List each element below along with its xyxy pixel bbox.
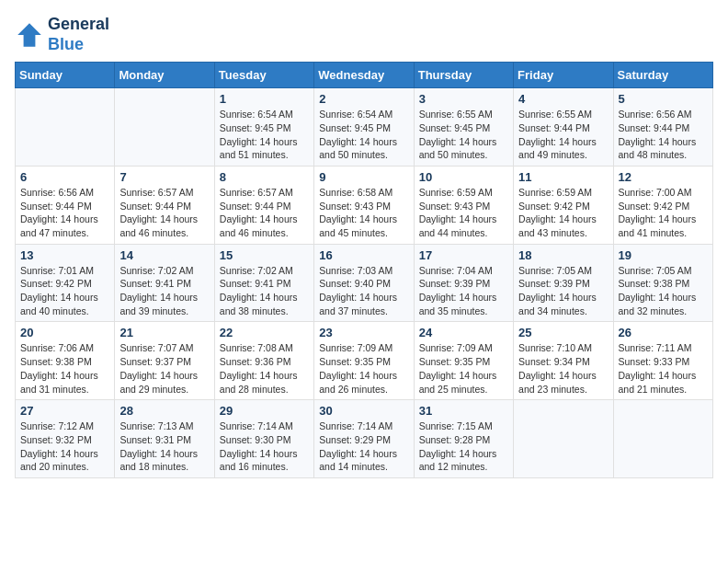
weekday-header-wednesday: Wednesday (314, 63, 414, 88)
day-number: 23 (319, 326, 408, 339)
day-number: 14 (119, 248, 209, 262)
weekday-header-sunday: Sunday (16, 63, 115, 88)
day-info: Sunrise: 7:14 AMSunset: 9:29 PMDaylight:… (319, 419, 408, 474)
calendar-day-31: 31Sunrise: 7:15 AMSunset: 9:28 PMDayligh… (414, 400, 513, 478)
calendar-day-26: 26Sunrise: 7:11 AMSunset: 9:33 PMDayligh… (613, 322, 712, 400)
day-number: 12 (619, 170, 708, 184)
day-number: 18 (518, 248, 608, 262)
day-info: Sunrise: 7:08 AMSunset: 9:36 PMDaylight:… (220, 341, 309, 396)
calendar-table: SundayMondayTuesdayWednesdayThursdayFrid… (15, 62, 713, 478)
day-number: 3 (419, 92, 508, 106)
day-number: 19 (619, 248, 708, 262)
day-number: 24 (419, 326, 508, 339)
day-info: Sunrise: 6:55 AMSunset: 9:44 PMDaylight:… (518, 108, 608, 162)
day-info: Sunrise: 6:54 AMSunset: 9:45 PMDaylight:… (319, 108, 408, 162)
day-number: 13 (20, 248, 109, 262)
day-number: 22 (220, 326, 309, 339)
weekday-header-thursday: Thursday (414, 63, 513, 88)
calendar-day-7: 7Sunrise: 6:57 AMSunset: 9:44 PMDaylight… (115, 166, 214, 244)
day-info: Sunrise: 6:56 AMSunset: 9:44 PMDaylight:… (20, 186, 109, 240)
calendar-day-13: 13Sunrise: 7:01 AMSunset: 9:42 PMDayligh… (16, 244, 115, 322)
day-number: 7 (119, 170, 209, 184)
day-number: 5 (619, 92, 708, 106)
calendar-week-4: 20Sunrise: 7:06 AMSunset: 9:38 PMDayligh… (16, 322, 713, 400)
day-number: 20 (20, 326, 109, 339)
day-number: 31 (419, 404, 508, 418)
calendar-day-28: 28Sunrise: 7:13 AMSunset: 9:31 PMDayligh… (115, 400, 214, 478)
day-number: 1 (220, 92, 309, 106)
calendar-day-8: 8Sunrise: 6:57 AMSunset: 9:44 PMDaylight… (214, 166, 313, 244)
calendar-day-14: 14Sunrise: 7:02 AMSunset: 9:41 PMDayligh… (115, 244, 214, 322)
day-info: Sunrise: 6:58 AMSunset: 9:43 PMDaylight:… (319, 186, 408, 240)
day-info: Sunrise: 6:59 AMSunset: 9:42 PMDaylight:… (518, 186, 608, 240)
day-info: Sunrise: 7:10 AMSunset: 9:34 PMDaylight:… (518, 341, 608, 396)
calendar-day-30: 30Sunrise: 7:14 AMSunset: 9:29 PMDayligh… (314, 400, 414, 478)
day-info: Sunrise: 7:12 AMSunset: 9:32 PMDaylight:… (20, 419, 109, 474)
day-number: 29 (220, 404, 309, 418)
day-number: 30 (319, 404, 408, 418)
calendar-day-29: 29Sunrise: 7:14 AMSunset: 9:30 PMDayligh… (214, 400, 313, 478)
empty-cell (115, 88, 214, 167)
calendar-day-19: 19Sunrise: 7:05 AMSunset: 9:38 PMDayligh… (613, 244, 712, 322)
day-info: Sunrise: 6:54 AMSunset: 9:45 PMDaylight:… (220, 108, 309, 162)
day-number: 6 (20, 170, 109, 184)
day-info: Sunrise: 7:11 AMSunset: 9:33 PMDaylight:… (619, 341, 708, 396)
logo-text: General Blue (48, 15, 109, 54)
calendar-day-22: 22Sunrise: 7:08 AMSunset: 9:36 PMDayligh… (214, 322, 313, 400)
day-number: 15 (220, 248, 309, 262)
day-number: 16 (319, 248, 408, 262)
calendar-day-27: 27Sunrise: 7:12 AMSunset: 9:32 PMDayligh… (16, 400, 115, 478)
day-info: Sunrise: 7:13 AMSunset: 9:31 PMDaylight:… (119, 419, 209, 474)
page-header: General Blue (15, 15, 713, 54)
day-number: 10 (419, 170, 508, 184)
svg-marker-0 (17, 23, 41, 47)
calendar-header: SundayMondayTuesdayWednesdayThursdayFrid… (16, 63, 713, 88)
weekday-header-friday: Friday (514, 63, 613, 88)
calendar-day-23: 23Sunrise: 7:09 AMSunset: 9:35 PMDayligh… (314, 322, 414, 400)
day-info: Sunrise: 6:57 AMSunset: 9:44 PMDaylight:… (119, 186, 209, 240)
day-number: 4 (518, 92, 608, 106)
day-info: Sunrise: 7:02 AMSunset: 9:41 PMDaylight:… (119, 264, 209, 318)
day-number: 26 (619, 326, 708, 339)
day-info: Sunrise: 7:03 AMSunset: 9:40 PMDaylight:… (319, 264, 408, 318)
calendar-day-2: 2Sunrise: 6:54 AMSunset: 9:45 PMDaylight… (314, 88, 414, 167)
day-number: 8 (220, 170, 309, 184)
day-number: 25 (518, 326, 608, 339)
day-info: Sunrise: 7:09 AMSunset: 9:35 PMDaylight:… (419, 341, 508, 396)
calendar-day-4: 4Sunrise: 6:55 AMSunset: 9:44 PMDaylight… (514, 88, 613, 167)
day-number: 27 (20, 404, 109, 418)
day-info: Sunrise: 7:15 AMSunset: 9:28 PMDaylight:… (419, 419, 508, 474)
calendar-day-21: 21Sunrise: 7:07 AMSunset: 9:37 PMDayligh… (115, 322, 214, 400)
calendar-day-17: 17Sunrise: 7:04 AMSunset: 9:39 PMDayligh… (414, 244, 513, 322)
day-info: Sunrise: 6:56 AMSunset: 9:44 PMDaylight:… (619, 108, 708, 162)
calendar-day-12: 12Sunrise: 7:00 AMSunset: 9:42 PMDayligh… (613, 166, 712, 244)
day-info: Sunrise: 6:57 AMSunset: 9:44 PMDaylight:… (220, 186, 309, 240)
calendar-day-25: 25Sunrise: 7:10 AMSunset: 9:34 PMDayligh… (514, 322, 613, 400)
day-info: Sunrise: 7:00 AMSunset: 9:42 PMDaylight:… (619, 186, 708, 240)
weekday-header-monday: Monday (115, 63, 214, 88)
day-info: Sunrise: 7:09 AMSunset: 9:35 PMDaylight:… (319, 341, 408, 396)
day-info: Sunrise: 7:05 AMSunset: 9:39 PMDaylight:… (518, 264, 608, 318)
calendar-day-1: 1Sunrise: 6:54 AMSunset: 9:45 PMDaylight… (214, 88, 313, 167)
calendar-day-6: 6Sunrise: 6:56 AMSunset: 9:44 PMDaylight… (16, 166, 115, 244)
day-number: 28 (119, 404, 209, 418)
day-info: Sunrise: 7:06 AMSunset: 9:38 PMDaylight:… (20, 341, 109, 396)
calendar-week-5: 27Sunrise: 7:12 AMSunset: 9:32 PMDayligh… (16, 400, 713, 478)
calendar-day-18: 18Sunrise: 7:05 AMSunset: 9:39 PMDayligh… (514, 244, 613, 322)
calendar-day-20: 20Sunrise: 7:06 AMSunset: 9:38 PMDayligh… (16, 322, 115, 400)
calendar-day-10: 10Sunrise: 6:59 AMSunset: 9:43 PMDayligh… (414, 166, 513, 244)
day-number: 9 (319, 170, 408, 184)
calendar-day-16: 16Sunrise: 7:03 AMSunset: 9:40 PMDayligh… (314, 244, 414, 322)
logo-icon (15, 20, 44, 50)
calendar-day-15: 15Sunrise: 7:02 AMSunset: 9:41 PMDayligh… (214, 244, 313, 322)
day-info: Sunrise: 7:02 AMSunset: 9:41 PMDaylight:… (220, 264, 309, 318)
day-info: Sunrise: 6:55 AMSunset: 9:45 PMDaylight:… (419, 108, 508, 162)
logo: General Blue (15, 15, 109, 54)
calendar-week-1: 1Sunrise: 6:54 AMSunset: 9:45 PMDaylight… (16, 88, 713, 167)
calendar-week-2: 6Sunrise: 6:56 AMSunset: 9:44 PMDaylight… (16, 166, 713, 244)
calendar-body: 1Sunrise: 6:54 AMSunset: 9:45 PMDaylight… (16, 88, 713, 478)
calendar-week-3: 13Sunrise: 7:01 AMSunset: 9:42 PMDayligh… (16, 244, 713, 322)
day-number: 11 (518, 170, 608, 184)
day-number: 21 (119, 326, 209, 339)
day-info: Sunrise: 7:07 AMSunset: 9:37 PMDaylight:… (119, 341, 209, 396)
